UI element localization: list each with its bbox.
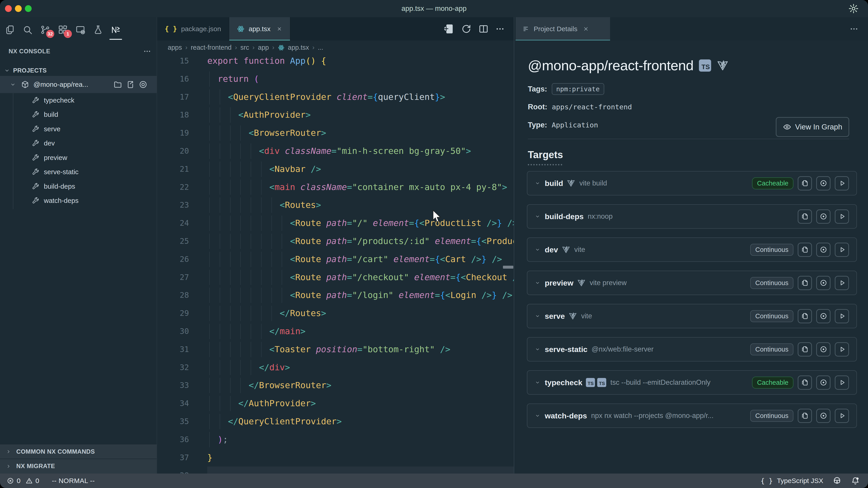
breadcrumb-item-app[interactable]: app: [258, 44, 269, 51]
code-line-31[interactable]: 31 <Toaster position="bottom-right" />: [157, 340, 514, 359]
activity-item-files[interactable]: [4, 23, 16, 37]
copy-button[interactable]: [798, 276, 812, 290]
settings-gear-icon[interactable]: [848, 3, 859, 14]
code-line-35[interactable]: 35 </QueryClientProvider>: [157, 413, 514, 431]
copy-button[interactable]: [798, 342, 812, 357]
play-button[interactable]: [835, 209, 849, 224]
sidebar-section-nx-migrate[interactable]: NX MIGRATE: [0, 459, 157, 474]
copy-button[interactable]: [798, 409, 812, 423]
target-card-serve-static[interactable]: serve-static @nx/web:file-server Continu…: [527, 337, 857, 361]
circle-dot-button[interactable]: [816, 176, 831, 191]
tree-item-dev[interactable]: dev: [0, 136, 157, 151]
code-line-19[interactable]: 19 <BrowserRouter>: [157, 124, 514, 142]
code-line-21[interactable]: 21 <Navbar />: [157, 160, 514, 178]
sidebar-more-actions-icon[interactable]: [143, 47, 151, 55]
code-line-29[interactable]: 29 </Routes>: [157, 304, 514, 322]
tree-item-build-deps[interactable]: build-deps: [0, 179, 157, 194]
tab-package.json[interactable]: { }package.json: [157, 17, 229, 40]
projects-section-header[interactable]: PROJECTS: [0, 65, 157, 76]
code-line-20[interactable]: 20 <div className="min-h-screen bg-gray-…: [157, 142, 514, 160]
code-line-28[interactable]: 28 <Route path="/login" element={<Login …: [157, 286, 514, 304]
code-line-16[interactable]: 16 return (: [157, 70, 514, 88]
project-details-run-icon[interactable]: [443, 23, 455, 35]
breadcrumb-item-...[interactable]: ...: [318, 44, 323, 51]
code-line-24[interactable]: 24 <Route path="/" element={<ProductList…: [157, 214, 514, 232]
code-line-18[interactable]: 18 <AuthProvider>: [157, 106, 514, 124]
circle-dot-button[interactable]: [816, 309, 831, 323]
close-icon[interactable]: [276, 26, 282, 32]
code-line-27[interactable]: 27 <Route path="/checkout" element={<Che…: [157, 268, 514, 287]
code-line-23[interactable]: 23 <Routes>: [157, 196, 514, 214]
play-button[interactable]: [835, 176, 849, 191]
activity-item-search[interactable]: [22, 23, 33, 37]
copy-button[interactable]: [798, 209, 812, 224]
code-line-37[interactable]: 37}: [157, 449, 514, 467]
copy-button[interactable]: [798, 242, 812, 257]
play-button[interactable]: [835, 409, 849, 423]
target-card-watch-deps[interactable]: watch-deps npx nx watch --projects @mono…: [527, 403, 857, 428]
split-editor-icon[interactable]: [478, 24, 489, 34]
breadcrumb-item-app.tsx[interactable]: app.tsx: [288, 44, 309, 51]
problems-indicator[interactable]: 0 0: [7, 477, 39, 485]
tree-item-build[interactable]: build: [0, 107, 157, 122]
code-line-34[interactable]: 34 </AuthProvider>: [157, 394, 514, 413]
code-line-15[interactable]: 15export function App() {: [157, 55, 514, 70]
breadcrumb-item-apps[interactable]: apps: [168, 44, 182, 51]
target-action-icon[interactable]: [138, 80, 148, 89]
close-icon[interactable]: [583, 26, 589, 32]
activity-item-flask[interactable]: [93, 23, 103, 37]
code-line-22[interactable]: 22 <main className="container mx-auto px…: [157, 178, 514, 196]
language-mode-indicator[interactable]: { } TypeScript JSX: [761, 477, 823, 485]
code-line-32[interactable]: 32 </div>: [157, 359, 514, 377]
tree-item-watch-deps[interactable]: watch-deps: [0, 194, 157, 208]
tree-item-preview[interactable]: preview: [0, 151, 157, 165]
target-card-preview[interactable]: preview vite preview Continuous: [527, 271, 857, 295]
target-card-typecheck[interactable]: typecheck TSTS tsc --build --emitDeclara…: [527, 370, 857, 395]
target-card-dev[interactable]: dev vite Continuous: [527, 237, 857, 262]
activity-item-nx[interactable]: [110, 23, 121, 37]
bell-notification-icon[interactable]: [851, 476, 860, 485]
copilot-icon[interactable]: [832, 476, 842, 486]
target-card-build[interactable]: build vite build Cacheable: [527, 171, 857, 195]
code-line-33[interactable]: 33 </BrowserRouter>: [157, 377, 514, 394]
tree-item-typecheck[interactable]: typecheck: [0, 93, 157, 107]
code-line-30[interactable]: 30 </main>: [157, 322, 514, 340]
target-card-build-deps[interactable]: build-deps nx:noop: [527, 204, 857, 229]
circle-dot-button[interactable]: [816, 376, 831, 390]
tab-project-details[interactable]: Project Details: [516, 17, 610, 40]
code-line-25[interactable]: 25 <Route path="/products/:id" element={…: [157, 232, 514, 250]
activity-item-extensions[interactable]: 1: [57, 23, 68, 37]
view-in-graph-button[interactable]: View In Graph: [776, 117, 849, 137]
editor-more-actions-icon[interactable]: [495, 24, 505, 34]
breadcrumb-item-react-frontend[interactable]: react-frontend: [191, 44, 232, 51]
play-button[interactable]: [835, 242, 849, 257]
target-card-serve[interactable]: serve vite Continuous: [527, 304, 857, 328]
code-line-38[interactable]: 38: [157, 466, 514, 474]
project-tree-item[interactable]: @mono-app/rea...: [0, 76, 157, 93]
activity-item-source-control[interactable]: 32: [40, 23, 51, 37]
play-button[interactable]: [835, 276, 849, 290]
sidebar-section-common-nx-commands[interactable]: COMMON NX COMMANDS: [0, 444, 157, 459]
tree-item-serve[interactable]: serve: [0, 122, 157, 136]
play-button[interactable]: [835, 376, 849, 390]
code-line-26[interactable]: 26 <Route path="/cart" element={<Cart />…: [157, 250, 514, 268]
activity-item-remote[interactable]: [75, 23, 86, 37]
circle-dot-button[interactable]: [816, 342, 831, 357]
breadcrumb-item-src[interactable]: src: [240, 44, 249, 51]
copy-button[interactable]: [798, 176, 812, 191]
copy-button[interactable]: [798, 376, 812, 390]
file-arrow-action-icon[interactable]: [126, 80, 135, 89]
play-button[interactable]: [835, 342, 849, 357]
circle-dot-button[interactable]: [816, 276, 831, 290]
circle-dot-button[interactable]: [816, 242, 831, 257]
overview-ruler-cursor-mark[interactable]: [503, 266, 513, 269]
refresh-icon[interactable]: [461, 24, 472, 34]
code-line-36[interactable]: 36 );: [157, 431, 514, 449]
copy-button[interactable]: [798, 309, 812, 323]
vim-mode-indicator[interactable]: -- NORMAL --: [52, 477, 95, 485]
tab-app.tsx[interactable]: app.tsx: [229, 17, 290, 40]
circle-dot-button[interactable]: [816, 209, 831, 224]
tree-item-serve-static[interactable]: serve-static: [0, 165, 157, 180]
folder-action-icon[interactable]: [113, 80, 122, 89]
play-button[interactable]: [835, 309, 849, 323]
